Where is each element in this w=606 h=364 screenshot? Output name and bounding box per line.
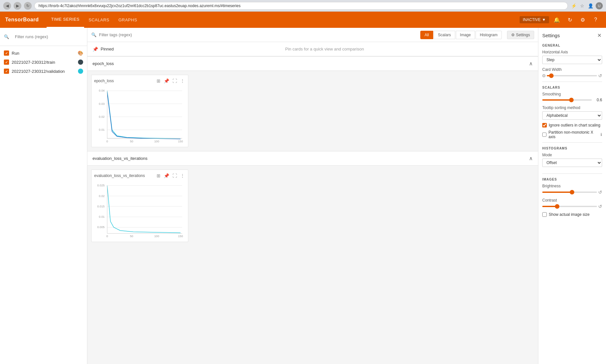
run-checkbox-train[interactable] bbox=[4, 60, 9, 65]
refresh-icon[interactable]: ↻ bbox=[565, 15, 575, 25]
settings-btn-icon: ⚙ bbox=[511, 33, 515, 37]
svg-text:0.02: 0.02 bbox=[99, 115, 105, 118]
search-icon: 🔍 bbox=[4, 34, 9, 39]
settings-panel-btn[interactable]: ⚙ Settings bbox=[507, 31, 534, 39]
more-icon[interactable]: ⋮ bbox=[180, 78, 185, 84]
run-checkbox-validation[interactable] bbox=[4, 69, 9, 74]
settings-icon[interactable]: ⚙ bbox=[578, 15, 588, 25]
eval-loss-header[interactable]: evaluation_loss_vs_iterations ∧ bbox=[87, 151, 538, 166]
user-avatar[interactable]: U bbox=[596, 2, 603, 9]
nav-time-series[interactable]: TIME SERIES bbox=[47, 12, 84, 28]
run-list: Run 🎨 20221027-230312/train 20221027-230… bbox=[0, 46, 87, 364]
svg-text:0.015: 0.015 bbox=[97, 205, 105, 208]
pinned-label: Pinned bbox=[101, 47, 114, 51]
card-width-slider[interactable] bbox=[547, 75, 597, 76]
extensions-icon[interactable]: ⚡ bbox=[570, 3, 577, 9]
tab-all[interactable]: All bbox=[420, 31, 433, 39]
forward-button[interactable]: ▶ bbox=[14, 2, 21, 10]
scalars-section-title: SCALARS bbox=[542, 86, 602, 89]
card-width-label: Card Width bbox=[542, 67, 602, 72]
status-badge[interactable]: INACTIVE ▼ bbox=[520, 16, 549, 23]
filter-bar: 🔍 All Scalars Image Histogram ⚙ Settings bbox=[87, 28, 538, 42]
tab-histogram[interactable]: Histogram bbox=[476, 31, 502, 39]
eval-loss-charts: evaluation_loss_vs_iterations ⊞ 📌 ⛶ ⋮ bbox=[87, 166, 538, 246]
pin-chart-icon[interactable]: 📌 bbox=[163, 78, 170, 84]
card-width-row: ↺ bbox=[542, 73, 602, 78]
eval-loss-chart-canvas: 0.025 0.02 0.015 0.01 0.005 0 50 100 150 bbox=[94, 181, 185, 239]
tooltip-select[interactable]: Alphabetical Ascending Descending A la c… bbox=[542, 111, 602, 120]
card-width-reset[interactable]: ↺ bbox=[598, 73, 602, 78]
epoch-loss-charts: epoch_loss ⊞ 📌 ⛶ ⋮ bbox=[87, 71, 538, 151]
show-actual-checkbox[interactable] bbox=[542, 212, 547, 217]
sidebar: 🔍 Run 🎨 20221027-230312/train bbox=[0, 28, 87, 364]
contrast-label: Contrast bbox=[542, 198, 602, 203]
fullscreen-icon-eval[interactable]: ⛶ bbox=[172, 172, 178, 179]
content-area: 🔍 All Scalars Image Histogram ⚙ Settings… bbox=[87, 28, 538, 364]
run-checkbox-all[interactable] bbox=[4, 50, 9, 56]
nav-scalars[interactable]: SCALARS bbox=[84, 12, 114, 28]
info-icon-partition[interactable]: ℹ bbox=[600, 132, 602, 137]
svg-text:150: 150 bbox=[178, 235, 183, 238]
partition-checkbox[interactable] bbox=[542, 132, 546, 137]
svg-text:0.01: 0.01 bbox=[99, 215, 105, 218]
run-item-train[interactable]: 20221027-230312/train bbox=[0, 58, 87, 67]
brightness-reset[interactable]: ↺ bbox=[598, 190, 602, 195]
tag-filter-input[interactable] bbox=[99, 32, 418, 37]
run-item-validation[interactable]: 20221027-230312/validation bbox=[0, 67, 87, 76]
run-filter: 🔍 bbox=[0, 28, 87, 46]
eval-loss-svg: 0.025 0.02 0.015 0.01 0.005 0 50 100 150 bbox=[94, 181, 185, 239]
run-item-header[interactable]: Run 🎨 bbox=[0, 49, 87, 58]
epoch-loss-header[interactable]: epoch_loss ∧ bbox=[87, 56, 538, 71]
profile-icon[interactable]: 👤 bbox=[587, 3, 594, 9]
contrast-reset[interactable]: ↺ bbox=[598, 204, 602, 209]
expand-icon-eval[interactable]: ⊞ bbox=[156, 172, 161, 179]
eval-loss-title: evaluation_loss_vs_iterations bbox=[93, 156, 148, 161]
fullscreen-icon[interactable]: ⛶ bbox=[172, 78, 178, 84]
close-settings-button[interactable]: ✕ bbox=[597, 32, 602, 39]
notifications-icon[interactable]: 🔔 bbox=[552, 15, 562, 25]
help-icon[interactable]: ? bbox=[590, 15, 601, 25]
contrast-slider[interactable] bbox=[542, 206, 597, 207]
app: TensorBoard TIME SERIES SCALARS GRAPHS I… bbox=[0, 12, 606, 364]
epoch-loss-title: epoch_loss bbox=[93, 61, 114, 66]
svg-text:0: 0 bbox=[106, 140, 108, 143]
svg-text:100: 100 bbox=[154, 235, 159, 238]
svg-text:0: 0 bbox=[106, 235, 108, 238]
svg-text:50: 50 bbox=[130, 235, 133, 238]
url-bar[interactable] bbox=[34, 2, 568, 10]
ignore-outliers-label: Ignore outliers in chart scaling bbox=[549, 123, 600, 127]
reload-button[interactable]: ↻ bbox=[24, 2, 32, 10]
card-width-dot bbox=[542, 74, 545, 77]
settings-panel-header: Settings ✕ bbox=[542, 32, 602, 39]
chart-epoch-loss-icons: ⊞ 📌 ⛶ ⋮ bbox=[156, 78, 185, 84]
mode-select[interactable]: Offset Overlay bbox=[542, 159, 602, 167]
brand-logo: TensorBoard bbox=[5, 17, 39, 23]
smoothing-slider[interactable] bbox=[542, 99, 592, 101]
expand-icon[interactable]: ⊞ bbox=[156, 78, 161, 84]
ignore-outliers-checkbox[interactable] bbox=[542, 123, 547, 127]
epoch-loss-section: epoch_loss ∧ epoch_loss ⊞ 📌 ⛶ ⋮ bbox=[87, 56, 538, 151]
tab-image[interactable]: Image bbox=[456, 31, 475, 39]
tooltip-label: Tooltip sorting method bbox=[542, 105, 602, 110]
histograms-section-title: HISTOGRAMS bbox=[542, 147, 602, 150]
settings-panel: Settings ✕ GENERAL Horizontal Axis Step … bbox=[538, 28, 606, 364]
horizontal-axis-select[interactable]: Step Relative Wall bbox=[542, 56, 602, 64]
more-icon-eval[interactable]: ⋮ bbox=[180, 172, 185, 179]
chart-epoch-loss-title: epoch_loss bbox=[94, 79, 114, 83]
tab-scalars[interactable]: Scalars bbox=[434, 31, 455, 39]
svg-text:0.02: 0.02 bbox=[99, 194, 105, 198]
brightness-slider[interactable] bbox=[542, 192, 597, 193]
epoch-loss-chevron: ∧ bbox=[529, 61, 533, 67]
epoch-loss-card-header: epoch_loss ⊞ 📌 ⛶ ⋮ bbox=[94, 78, 185, 84]
pin-chart-icon-eval[interactable]: 📌 bbox=[163, 172, 170, 179]
nav-graphs[interactable]: GRAPHS bbox=[114, 12, 142, 28]
epoch-loss-chart-canvas: 0.04 0.03 0.02 0.01 0 50 100 150 bbox=[94, 86, 185, 144]
chart-eval-icons: ⊞ 📌 ⛶ ⋮ bbox=[156, 172, 185, 179]
svg-text:0.03: 0.03 bbox=[99, 102, 105, 105]
filter-tabs: All Scalars Image Histogram bbox=[420, 31, 501, 39]
bookmark-icon[interactable]: ☆ bbox=[579, 3, 585, 9]
palette-icon[interactable]: 🎨 bbox=[78, 50, 83, 56]
svg-text:100: 100 bbox=[154, 140, 159, 143]
back-button[interactable]: ◀ bbox=[3, 2, 11, 10]
run-filter-input[interactable] bbox=[11, 31, 83, 42]
